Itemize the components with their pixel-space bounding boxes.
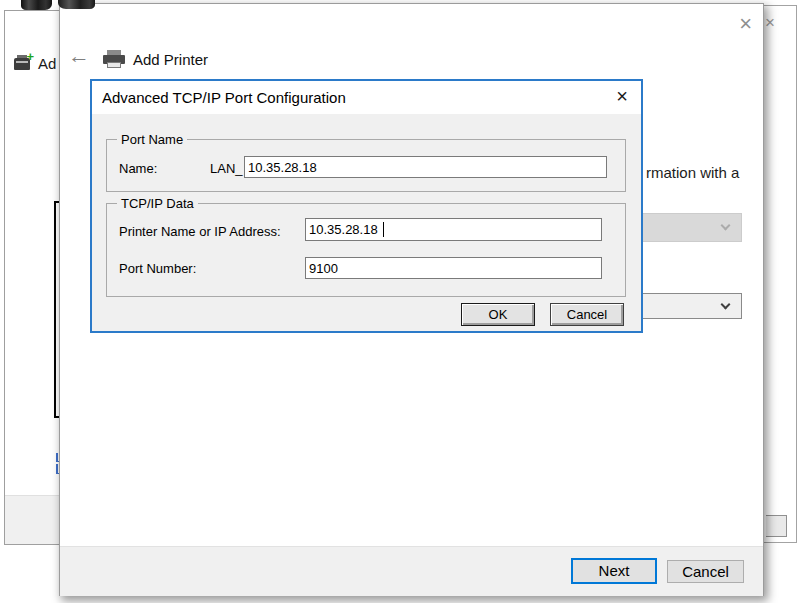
lan-prefix: LAN_: [210, 161, 243, 176]
printer-paper: [107, 62, 121, 68]
close-icon[interactable]: ×: [765, 14, 775, 31]
right-background-window: ×: [763, 5, 797, 543]
button-fragment[interactable]: [766, 515, 787, 537]
port-name-input[interactable]: [244, 156, 607, 178]
next-button[interactable]: Next: [571, 558, 657, 584]
printer-icon: [103, 50, 125, 69]
back-arrow-icon[interactable]: ←: [68, 45, 90, 67]
add-printer-plus-icon: +: [14, 54, 34, 71]
port-number-label: Port Number:: [119, 261, 196, 276]
advanced-tcpip-port-dialog: Advanced TCP/IP Port Configuration × Por…: [90, 79, 643, 333]
ip-address-input[interactable]: [305, 218, 602, 241]
wizard-title: Add Printer: [133, 51, 208, 68]
chevron-down-icon: [721, 221, 731, 231]
ip-address-label: Printer Name or IP Address:: [119, 224, 281, 239]
photo-fragment-left: [21, 0, 52, 10]
screen: + Ad × × ← Add Printer rmation with a Ne…: [0, 0, 807, 603]
close-icon[interactable]: ×: [739, 13, 752, 35]
chevron-down-icon: [721, 300, 731, 310]
name-label: Name:: [119, 161, 157, 176]
partial-instruction-text: rmation with a: [646, 164, 739, 181]
ok-button[interactable]: OK: [461, 303, 535, 326]
background-window-title: Ad: [38, 55, 56, 72]
cancel-button[interactable]: Cancel: [667, 560, 744, 583]
tcpip-data-legend: TCP/IP Data: [117, 196, 198, 211]
port-number-input[interactable]: [305, 257, 602, 279]
close-icon[interactable]: ×: [616, 86, 628, 106]
plus-icon: +: [26, 50, 34, 63]
port-name-legend: Port Name: [117, 132, 187, 147]
text-caret: [383, 222, 384, 237]
wizard-footer: [60, 546, 763, 596]
photo-fragment-right: [58, 0, 95, 9]
dialog-title: Advanced TCP/IP Port Configuration: [102, 89, 346, 106]
dialog-cancel-button[interactable]: Cancel: [550, 303, 624, 326]
